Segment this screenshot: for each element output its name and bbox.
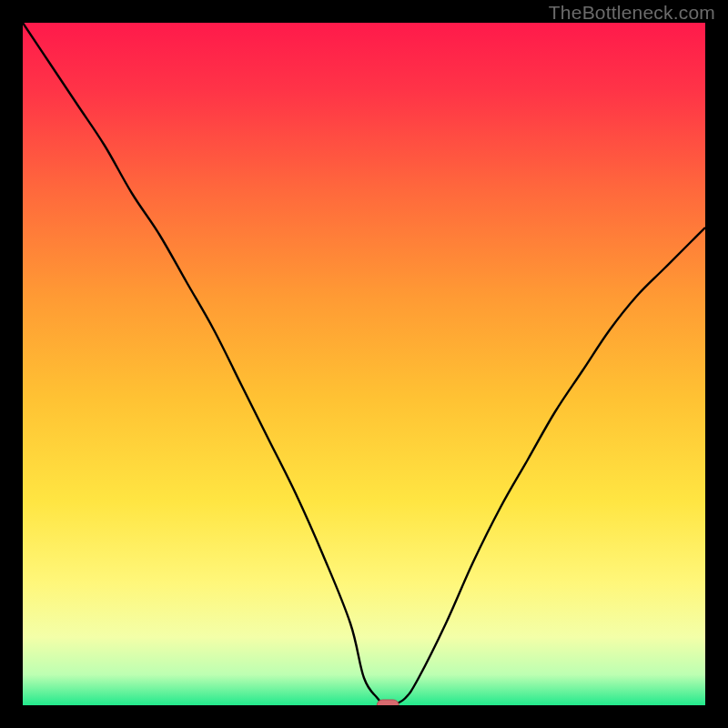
bottleneck-chart: [23, 23, 705, 705]
gradient-background: [23, 23, 705, 705]
watermark-text: TheBottleneck.com: [549, 2, 715, 24]
optimal-marker: [377, 700, 399, 705]
chart-frame: TheBottleneck.com: [0, 0, 728, 728]
chart-plot-area: [23, 23, 705, 705]
